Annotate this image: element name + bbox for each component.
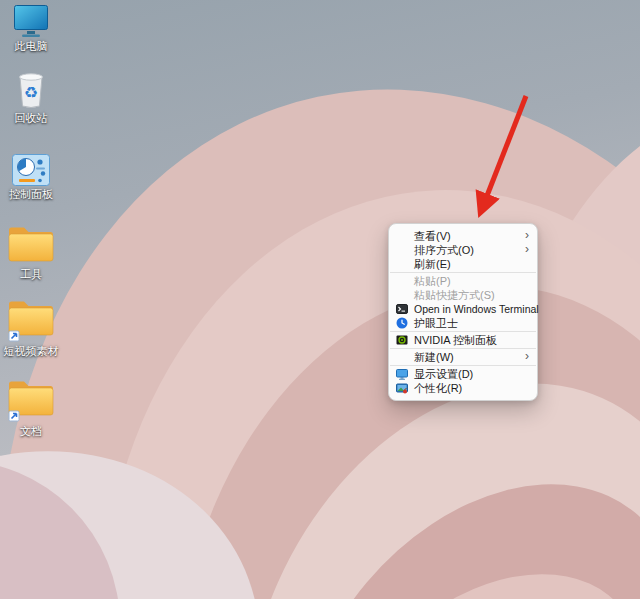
menu-item-personalize[interactable]: 个性化(R) <box>389 381 537 395</box>
menu-separator <box>390 331 536 332</box>
menu-item-sort-by[interactable]: 排序方式(O) › <box>389 243 537 257</box>
menu-separator <box>390 365 536 366</box>
desktop-icon-this-pc[interactable]: 此电脑 <box>0 4 62 52</box>
desktop-icon-folder-1[interactable]: 工具 <box>0 222 62 280</box>
menu-item-open-windows-terminal[interactable]: Open in Windows Terminal <box>389 302 537 316</box>
menu-item-display-settings[interactable]: 显示设置(D) <box>389 367 537 381</box>
menu-item-new[interactable]: 新建(W) › <box>389 350 537 364</box>
desktop-context-menu: 查看(V) › 排序方式(O) › 刷新(E) 粘贴(P) 粘贴快捷方式(S) … <box>388 223 538 401</box>
chevron-right-icon: › <box>525 229 529 242</box>
folder-shortcut-icon <box>6 376 56 423</box>
menu-item-view[interactable]: 查看(V) › <box>389 229 537 243</box>
desktop-icon-folder-3[interactable]: 文档 <box>0 376 62 437</box>
desktop-icon-folder-2[interactable]: 短视频素材 <box>0 296 62 357</box>
desktop-icon-label: 短视频素材 <box>4 345 59 357</box>
desktop-icon-recycle-bin[interactable]: ♻ 回收站 <box>0 68 62 124</box>
control-panel-icon <box>12 154 50 186</box>
desktop-icon-label: 工具 <box>20 268 42 280</box>
desktop-icon-label: 此电脑 <box>15 40 48 52</box>
desktop-icon-label: 控制面板 <box>9 188 53 200</box>
folder-icon <box>6 222 56 266</box>
desktop-icon-label: 文档 <box>20 425 42 437</box>
recycle-bin-icon: ♻ <box>13 68 49 110</box>
menu-item-eye-guard[interactable]: 护眼卫士 <box>389 316 537 330</box>
personalization-icon <box>396 382 408 394</box>
chevron-right-icon: › <box>525 243 529 256</box>
menu-separator <box>390 272 536 273</box>
wallpaper <box>0 0 640 599</box>
windows-terminal-icon <box>396 303 408 315</box>
desktop-icon-label: 回收站 <box>15 112 48 124</box>
nvidia-icon <box>396 334 408 346</box>
display-settings-icon <box>396 368 408 380</box>
folder-shortcut-icon <box>6 296 56 343</box>
wallpaper-bloom <box>0 0 640 599</box>
menu-separator <box>390 348 536 349</box>
windows-desktop: { "desktop": { "icons": [ { "label": "此电… <box>0 0 640 599</box>
chevron-right-icon: › <box>525 350 529 363</box>
svg-text:♻: ♻ <box>24 83 38 102</box>
menu-item-paste: 粘贴(P) <box>389 274 537 288</box>
this-pc-icon <box>13 4 49 38</box>
menu-item-nvidia-control-panel[interactable]: NVIDIA 控制面板 <box>389 333 537 347</box>
menu-item-paste-shortcut: 粘贴快捷方式(S) <box>389 288 537 302</box>
eye-guard-clock-icon <box>396 317 408 329</box>
menu-item-refresh[interactable]: 刷新(E) <box>389 257 537 271</box>
desktop-icon-control-panel[interactable]: 控制面板 <box>0 154 62 200</box>
